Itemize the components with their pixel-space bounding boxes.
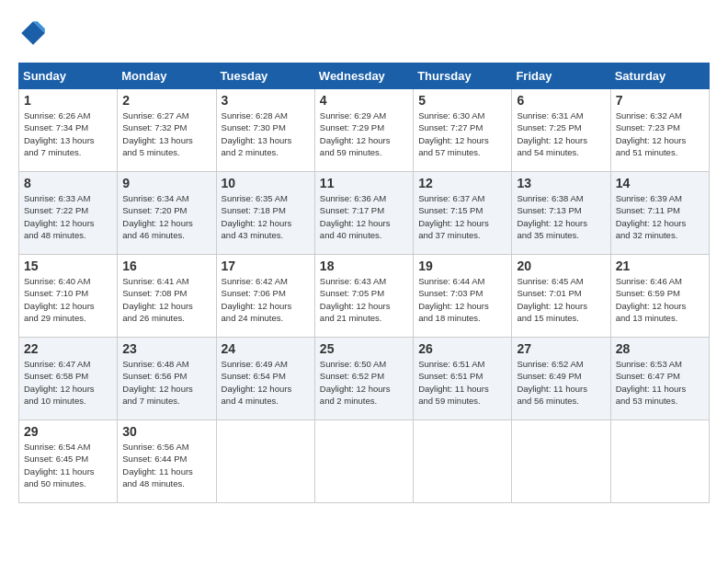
day-info: Sunrise: 6:45 AM Sunset: 7:01 PM Dayligh…: [517, 275, 605, 324]
day-info: Sunrise: 6:52 AM Sunset: 6:49 PM Dayligh…: [517, 358, 605, 407]
day-info: Sunrise: 6:26 AM Sunset: 7:34 PM Dayligh…: [24, 109, 112, 158]
calendar-cell: 1Sunrise: 6:26 AM Sunset: 7:34 PM Daylig…: [19, 89, 118, 172]
calendar-cell: 15Sunrise: 6:40 AM Sunset: 7:10 PM Dayli…: [19, 255, 118, 338]
day-info: Sunrise: 6:51 AM Sunset: 6:51 PM Dayligh…: [418, 358, 506, 407]
day-number: 19: [418, 259, 506, 273]
calendar-cell: [314, 420, 413, 503]
day-number: 29: [24, 424, 112, 439]
day-info: Sunrise: 6:44 AM Sunset: 7:03 PM Dayligh…: [418, 275, 506, 324]
day-info: Sunrise: 6:33 AM Sunset: 7:22 PM Dayligh…: [24, 192, 112, 241]
day-info: Sunrise: 6:30 AM Sunset: 7:27 PM Dayligh…: [418, 109, 506, 158]
calendar-week-4: 22Sunrise: 6:47 AM Sunset: 6:58 PM Dayli…: [19, 338, 710, 420]
col-header-wednesday: Wednesday: [314, 63, 413, 89]
day-number: 4: [320, 93, 408, 108]
day-info: Sunrise: 6:48 AM Sunset: 6:56 PM Dayligh…: [122, 358, 210, 407]
calendar-cell: [512, 420, 610, 503]
col-header-monday: Monday: [118, 63, 216, 89]
calendar-cell: 3Sunrise: 6:28 AM Sunset: 7:30 PM Daylig…: [216, 89, 314, 172]
day-info: Sunrise: 6:38 AM Sunset: 7:13 PM Dayligh…: [517, 192, 605, 241]
day-number: 8: [24, 176, 112, 190]
calendar-cell: 8Sunrise: 6:33 AM Sunset: 7:22 PM Daylig…: [19, 172, 118, 255]
day-info: Sunrise: 6:37 AM Sunset: 7:15 PM Dayligh…: [418, 192, 506, 241]
calendar-week-2: 8Sunrise: 6:33 AM Sunset: 7:22 PM Daylig…: [19, 172, 710, 255]
day-number: 22: [24, 341, 112, 356]
day-number: 9: [122, 176, 210, 190]
calendar-cell: 21Sunrise: 6:46 AM Sunset: 6:59 PM Dayli…: [610, 255, 709, 338]
day-info: Sunrise: 6:32 AM Sunset: 7:23 PM Dayligh…: [616, 109, 704, 158]
day-info: Sunrise: 6:39 AM Sunset: 7:11 PM Dayligh…: [616, 192, 704, 241]
day-number: 30: [122, 424, 210, 439]
calendar-cell: 18Sunrise: 6:43 AM Sunset: 7:05 PM Dayli…: [314, 255, 413, 338]
day-info: Sunrise: 6:27 AM Sunset: 7:32 PM Dayligh…: [122, 109, 210, 158]
day-info: Sunrise: 6:46 AM Sunset: 6:59 PM Dayligh…: [616, 275, 704, 324]
day-info: Sunrise: 6:40 AM Sunset: 7:10 PM Dayligh…: [24, 275, 112, 324]
calendar-week-5: 29Sunrise: 6:54 AM Sunset: 6:45 PM Dayli…: [19, 420, 710, 503]
calendar-cell: 5Sunrise: 6:30 AM Sunset: 7:27 PM Daylig…: [414, 89, 512, 172]
calendar-cell: 26Sunrise: 6:51 AM Sunset: 6:51 PM Dayli…: [414, 338, 512, 420]
calendar-cell: 16Sunrise: 6:41 AM Sunset: 7:08 PM Dayli…: [118, 255, 216, 338]
day-info: Sunrise: 6:54 AM Sunset: 6:45 PM Dayligh…: [24, 441, 112, 489]
calendar-cell: 17Sunrise: 6:42 AM Sunset: 7:06 PM Dayli…: [216, 255, 314, 338]
calendar-cell: 23Sunrise: 6:48 AM Sunset: 6:56 PM Dayli…: [118, 338, 216, 420]
calendar-cell: 11Sunrise: 6:36 AM Sunset: 7:17 PM Dayli…: [314, 172, 413, 255]
day-number: 24: [222, 341, 310, 356]
day-info: Sunrise: 6:31 AM Sunset: 7:25 PM Dayligh…: [517, 109, 605, 158]
logo-icon: [18, 18, 48, 48]
day-number: 6: [517, 93, 605, 108]
day-number: 21: [616, 259, 704, 273]
day-number: 14: [616, 176, 704, 190]
col-header-friday: Friday: [512, 63, 610, 89]
logo: [18, 18, 51, 48]
day-number: 26: [418, 341, 506, 356]
day-info: Sunrise: 6:56 AM Sunset: 6:44 PM Dayligh…: [122, 441, 210, 489]
calendar-cell: 29Sunrise: 6:54 AM Sunset: 6:45 PM Dayli…: [19, 420, 118, 503]
day-number: 27: [517, 341, 605, 356]
calendar-cell: 20Sunrise: 6:45 AM Sunset: 7:01 PM Dayli…: [512, 255, 610, 338]
day-number: 12: [418, 176, 506, 190]
calendar-cell: 28Sunrise: 6:53 AM Sunset: 6:47 PM Dayli…: [610, 338, 709, 420]
day-number: 3: [222, 93, 310, 108]
calendar-cell: 27Sunrise: 6:52 AM Sunset: 6:49 PM Dayli…: [512, 338, 610, 420]
day-number: 1: [24, 93, 112, 108]
day-number: 10: [222, 176, 310, 190]
page-header: [18, 18, 710, 48]
calendar-cell: 7Sunrise: 6:32 AM Sunset: 7:23 PM Daylig…: [610, 89, 709, 172]
day-info: Sunrise: 6:28 AM Sunset: 7:30 PM Dayligh…: [222, 109, 310, 158]
day-info: Sunrise: 6:35 AM Sunset: 7:18 PM Dayligh…: [222, 192, 310, 241]
col-header-saturday: Saturday: [610, 63, 709, 89]
col-header-thursday: Thursday: [414, 63, 512, 89]
col-header-tuesday: Tuesday: [216, 63, 314, 89]
calendar-cell: 4Sunrise: 6:29 AM Sunset: 7:29 PM Daylig…: [314, 89, 413, 172]
day-info: Sunrise: 6:50 AM Sunset: 6:52 PM Dayligh…: [320, 358, 408, 407]
day-number: 13: [517, 176, 605, 190]
day-info: Sunrise: 6:29 AM Sunset: 7:29 PM Dayligh…: [320, 109, 408, 158]
calendar-week-3: 15Sunrise: 6:40 AM Sunset: 7:10 PM Dayli…: [19, 255, 710, 338]
calendar-cell: 9Sunrise: 6:34 AM Sunset: 7:20 PM Daylig…: [118, 172, 216, 255]
calendar-cell: [414, 420, 512, 503]
calendar-cell: [216, 420, 314, 503]
calendar-cell: 25Sunrise: 6:50 AM Sunset: 6:52 PM Dayli…: [314, 338, 413, 420]
calendar-cell: 22Sunrise: 6:47 AM Sunset: 6:58 PM Dayli…: [19, 338, 118, 420]
day-number: 7: [616, 93, 704, 108]
day-number: 20: [517, 259, 605, 273]
col-header-sunday: Sunday: [19, 63, 118, 89]
day-number: 25: [320, 341, 408, 356]
calendar-cell: 6Sunrise: 6:31 AM Sunset: 7:25 PM Daylig…: [512, 89, 610, 172]
calendar-cell: 14Sunrise: 6:39 AM Sunset: 7:11 PM Dayli…: [610, 172, 709, 255]
day-number: 5: [418, 93, 506, 108]
day-info: Sunrise: 6:34 AM Sunset: 7:20 PM Dayligh…: [122, 192, 210, 241]
calendar-cell: 2Sunrise: 6:27 AM Sunset: 7:32 PM Daylig…: [118, 89, 216, 172]
day-info: Sunrise: 6:53 AM Sunset: 6:47 PM Dayligh…: [616, 358, 704, 407]
day-number: 2: [122, 93, 210, 108]
calendar-header-row: SundayMondayTuesdayWednesdayThursdayFrid…: [19, 63, 710, 89]
day-info: Sunrise: 6:49 AM Sunset: 6:54 PM Dayligh…: [222, 358, 310, 407]
day-number: 28: [616, 341, 704, 356]
day-number: 17: [222, 259, 310, 273]
svg-marker-0: [21, 21, 45, 45]
day-number: 11: [320, 176, 408, 190]
day-number: 23: [122, 341, 210, 356]
day-info: Sunrise: 6:43 AM Sunset: 7:05 PM Dayligh…: [320, 275, 408, 324]
day-number: 18: [320, 259, 408, 273]
calendar-week-1: 1Sunrise: 6:26 AM Sunset: 7:34 PM Daylig…: [19, 89, 710, 172]
day-info: Sunrise: 6:41 AM Sunset: 7:08 PM Dayligh…: [122, 275, 210, 324]
